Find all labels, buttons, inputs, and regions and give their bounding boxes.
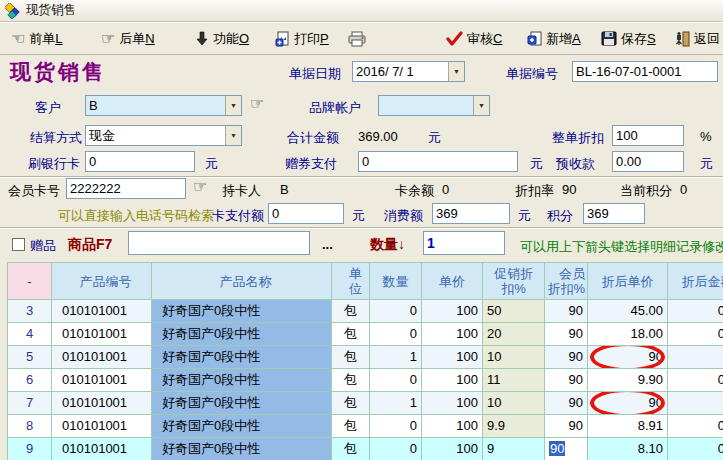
audit-button[interactable]: 审核C [443,26,505,51]
cell-code[interactable]: 010101001 [52,392,152,415]
cell-price[interactable]: 100 [422,323,483,346]
score-input[interactable] [583,203,645,224]
cell-code[interactable]: 010101001 [52,438,152,460]
cell-price[interactable]: 100 [422,415,483,438]
cell-member[interactable]: 90 [545,323,588,346]
cell-code[interactable]: 010101001 [52,415,152,438]
cell-qty[interactable]: 0 [370,323,422,346]
cell-rownum[interactable]: 3 [8,300,52,323]
next-order-button[interactable]: ☞ 后单N [98,26,158,51]
cell-member[interactable]: 90 [545,346,588,369]
column-header-qty[interactable]: 数量 [370,263,422,300]
whole-discount-input[interactable] [612,125,684,146]
save-button[interactable]: 保存S [598,26,659,51]
consume-input[interactable] [432,203,510,224]
cell-promo[interactable]: 9 [483,438,545,460]
column-header-unit[interactable]: 单位 [332,263,370,300]
chevron-down-icon[interactable]: ▼ [473,96,489,115]
cell-promo[interactable]: 10 [483,392,545,415]
brand-account-combo[interactable]: ▼ [378,95,490,116]
table-row-7[interactable]: 7010101001好奇国产0段中性包110010909090 [8,392,723,415]
cell-unit[interactable]: 包 [332,392,370,415]
cell-rownum[interactable]: 9 [8,438,52,460]
cell-code[interactable]: 010101001 [52,346,152,369]
cell-price[interactable]: 100 [422,392,483,415]
cell-damount[interactable]: 90 [668,346,723,369]
cell-member[interactable]: 90 [545,392,588,415]
cell-member[interactable]: 90 [545,415,588,438]
chevron-down-icon[interactable]: ▼ [225,126,241,145]
cell-member[interactable]: 90 [545,438,588,460]
cell-dprice[interactable]: 8.91 [588,415,668,438]
cell-promo[interactable]: 20 [483,323,545,346]
column-header-damount[interactable]: 折后金额 [668,263,723,300]
cell-price[interactable]: 100 [422,346,483,369]
cell-promo[interactable]: 50 [483,300,545,323]
cell-rownum[interactable]: 5 [8,346,52,369]
coupon-pay-input[interactable] [358,151,518,172]
column-header-code[interactable]: 产品编号 [52,263,152,300]
column-header-name[interactable]: 产品名称 [152,263,332,300]
cell-unit[interactable]: 包 [332,438,370,460]
member-card-input[interactable] [66,178,186,199]
cell-dprice[interactable]: 18.00 [588,323,668,346]
cell-name[interactable]: 好奇国产0段中性 [152,346,332,369]
cell-member[interactable]: 90 [545,300,588,323]
cell-damount[interactable]: 0.00 [668,438,723,460]
cell-qty[interactable]: 0 [370,415,422,438]
cell-unit[interactable]: 包 [332,415,370,438]
cell-name[interactable]: 好奇国产0段中性 [152,369,332,392]
cell-price[interactable]: 100 [422,369,483,392]
hand-pointer-icon[interactable]: ☞ [250,96,264,112]
cell-member[interactable]: 90 [545,369,588,392]
cell-qty[interactable]: 0 [370,369,422,392]
table-row-3[interactable]: 3010101001好奇国产0段中性包0100509045.000.00 [8,300,723,323]
customer-combo[interactable]: B ▼ [85,95,242,116]
functions-button[interactable]: 功能O [192,26,252,51]
chevron-down-icon[interactable]: ▼ [225,96,241,115]
column-header-rownum[interactable]: - [8,263,52,300]
cell-price[interactable]: 100 [422,438,483,460]
table-row-4[interactable]: 4010101001好奇国产0段中性包0100209018.000.00 [8,323,723,346]
more-button[interactable]: ... [322,237,333,252]
product-input[interactable] [128,231,310,255]
cell-name[interactable]: 好奇国产0段中性 [152,323,332,346]
table-row-9[interactable]: 9010101001好奇国产0段中性包01009908.100.00 [8,438,723,460]
cell-damount[interactable]: 0.00 [668,369,723,392]
settle-method-combo[interactable]: 现金 ▼ [85,125,242,146]
cell-promo[interactable]: 11 [483,369,545,392]
cell-dprice[interactable]: 8.10 [588,438,668,460]
cell-damount[interactable]: 0.00 [668,323,723,346]
table-row-5[interactable]: 5010101001好奇国产0段中性包110010909090 [8,346,723,369]
gift-checkbox[interactable] [12,238,25,251]
cell-name[interactable]: 好奇国产0段中性 [152,392,332,415]
cell-dprice[interactable]: 90 [588,346,668,369]
cell-qty[interactable]: 0 [370,300,422,323]
cell-damount[interactable]: 90 [668,392,723,415]
cell-rownum[interactable]: 6 [8,369,52,392]
printer-icon-button[interactable] [345,26,369,51]
cell-rownum[interactable]: 4 [8,323,52,346]
cell-unit[interactable]: 包 [332,369,370,392]
cell-damount[interactable]: 0.00 [668,415,723,438]
cell-rownum[interactable]: 8 [8,415,52,438]
print-button[interactable]: 打印P [272,26,332,51]
cell-dprice[interactable]: 45.00 [588,300,668,323]
return-button[interactable]: 返回 [672,26,723,51]
hand-pointer-icon[interactable]: ☞ [193,179,207,195]
cell-unit[interactable]: 包 [332,300,370,323]
cell-qty[interactable]: 1 [370,346,422,369]
cell-dprice[interactable]: 9.90 [588,369,668,392]
column-header-promo[interactable]: 促销折扣% [483,263,545,300]
cell-damount[interactable]: 0.00 [668,300,723,323]
cell-price[interactable]: 100 [422,300,483,323]
quantity-input[interactable] [423,231,505,255]
cell-code[interactable]: 010101001 [52,323,152,346]
column-header-member[interactable]: 会员折扣% [545,263,588,300]
cell-unit[interactable]: 包 [332,323,370,346]
doc-date-combo[interactable]: 2016/ 7/ 1 ▼ [352,61,465,82]
cell-code[interactable]: 010101001 [52,300,152,323]
cell-dprice[interactable]: 90 [588,392,668,415]
table-row-8[interactable]: 8010101001好奇国产0段中性包01009.9908.910.00 [8,415,723,438]
column-header-dprice[interactable]: 折后单价 [588,263,668,300]
